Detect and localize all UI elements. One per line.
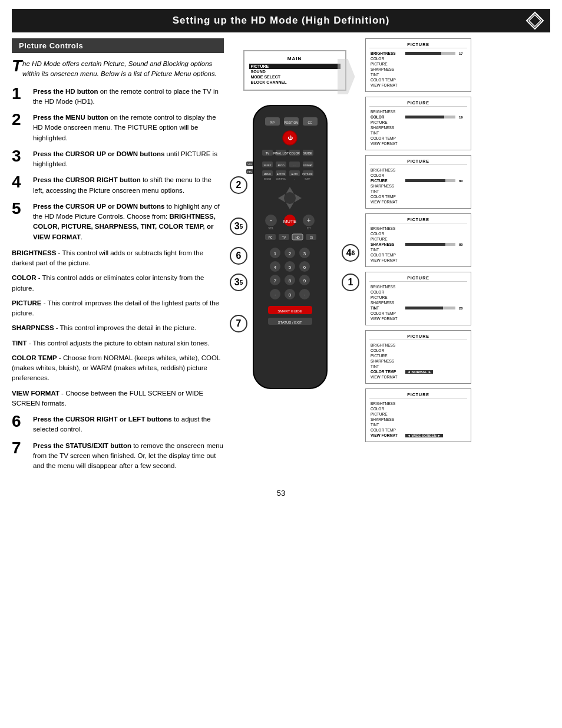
right-column: PICTUREBRIGHTNESS17COLORPICTURESHARPNESS… <box>365 38 550 477</box>
svg-text:TV: TV <box>282 236 286 239</box>
screenshot-row-7-3: PICTURE <box>369 411 467 417</box>
screenshot-title-4: PICTURE <box>369 218 467 223</box>
screenshot-row-7-4: SHARPNESS <box>369 417 467 422</box>
step-4: 4 Press the CURSOR RIGHT button to shift… <box>12 175 224 196</box>
svg-text:⊡: ⊡ <box>310 236 313 239</box>
step-text-1: Press the HD button on the remote contro… <box>33 87 224 107</box>
screenshot-row-3-1: BRIGHTNESS <box>369 167 467 173</box>
svg-text:⏻: ⏻ <box>287 135 293 141</box>
screenshot-row-2-6: COLOR TEMP <box>369 136 467 141</box>
svg-text:4: 4 <box>274 265 277 270</box>
step-badge-1: 1 <box>342 274 359 291</box>
step-text-5: Press the CURSOR UP or DOWN buttons to h… <box>33 202 224 242</box>
step-1: 1 Press the HD button on the remote cont… <box>12 87 224 107</box>
screenshot-row-1-6: COLOR TEMP <box>369 77 467 83</box>
screenshot-row-5-6: COLOR TEMP <box>369 311 467 316</box>
svg-text:MUTE: MUTE <box>283 219 297 224</box>
screenshot-row-5-5: TINT20 <box>369 305 467 311</box>
svg-text:1: 1 <box>274 251 277 256</box>
step-badge-2: 2 <box>230 176 247 194</box>
step-text-4: Press the CURSOR RIGHT button to shift t… <box>33 175 224 196</box>
screenshot-title-2: PICTURE <box>369 101 467 107</box>
step-number-3: 3 <box>12 148 28 164</box>
screenshot-1: PICTUREBRIGHTNESS17COLORPICTURESHARPNESS… <box>365 38 471 92</box>
svg-text:SLEEP: SLEEP <box>264 164 272 167</box>
screenshot-title-7: PICTURE <box>369 393 467 398</box>
screenshot-row-7-1: BRIGHTNESS <box>369 401 467 406</box>
svg-text:6: 6 <box>303 265 306 270</box>
svg-text:PICTURE: PICTURE <box>302 173 313 176</box>
step-badge-6a: 6 <box>230 247 247 265</box>
page-header: Setting up the HD Mode (High Definition) <box>12 9 550 32</box>
svg-text:SURF: SURF <box>305 178 310 180</box>
intro-body: he HD Mode offers certain Picture, Sound… <box>22 60 217 77</box>
screenshot-row-2-7: VIEW FORMAT <box>369 141 467 146</box>
desc-sharpness: SHARPNESS - This control improves the de… <box>12 323 224 333</box>
tv-menu-item-picture: PICTURE <box>249 64 340 69</box>
screenshot-row-1-3: PICTURE <box>369 61 467 67</box>
remote-control: PIP POSITION CC ⏻ TV FINAL LIST COLOR GU… <box>236 100 353 406</box>
step-5: 5 Press the CURSOR UP or DOWN buttons to… <box>12 202 224 242</box>
svg-text:7: 7 <box>274 278 277 284</box>
svg-text:AUTO: AUTO <box>277 164 284 167</box>
tv-menu-item-mode: MODE SELECT <box>249 74 340 80</box>
svg-text:POSITION: POSITION <box>284 121 298 124</box>
svg-text:0: 0 <box>289 292 292 298</box>
step-badge-46: 46 <box>342 244 359 262</box>
svg-text:CC: CC <box>308 121 312 124</box>
remote-svg: PIP POSITION CC ⏻ TV FINAL LIST COLOR GU… <box>236 100 345 412</box>
screenshot-row-7-5: TINT <box>369 422 467 427</box>
svg-text:HD: HD <box>295 236 300 239</box>
svg-text:CONTROL: CONTROL <box>276 178 286 180</box>
desc-picture: PICTURE - This control improves the deta… <box>12 298 224 319</box>
screenshot-row-1-1: BRIGHTNESS17 <box>369 51 467 56</box>
tv-menu-title: MAIN <box>249 56 340 61</box>
svg-rect-2 <box>253 106 327 388</box>
svg-text:+: + <box>306 216 310 225</box>
step-badge-7: 7 <box>230 315 247 332</box>
svg-text:VOL: VOL <box>247 163 253 166</box>
step-number-1: 1 <box>12 85 28 102</box>
screenshot-row-5-7: VIEW FORMAT <box>369 316 467 321</box>
svg-text:8: 8 <box>289 278 292 284</box>
screenshot-6: PICTUREBRIGHTNESSCOLORPICTURESHARPNESSTI… <box>365 330 471 384</box>
svg-point-47 <box>284 192 296 204</box>
svg-text:PIP: PIP <box>270 121 275 124</box>
screenshot-2: PICTUREBRIGHTNESSCOLOR19PICTURESHARPNESS… <box>365 97 471 150</box>
screenshot-row-6-1: BRIGHTNESS <box>369 342 467 348</box>
page-number: 53 <box>0 489 562 503</box>
screenshot-row-3-6: COLOR TEMP <box>369 194 467 199</box>
svg-text:FORMAT: FORMAT <box>303 164 313 167</box>
svg-text:...: ... <box>293 164 295 167</box>
left-column: Picture Controls The HD Mode offers cert… <box>12 38 224 477</box>
screenshot-row-5-3: PICTURE <box>369 295 467 300</box>
screenshot-row-6-7: VIEW FORMAT <box>369 374 467 380</box>
svg-text:SOUND: SOUND <box>264 178 272 180</box>
screenshot-row-7-6: COLOR TEMP <box>369 427 467 433</box>
screenshot-5: PICTUREBRIGHTNESSCOLORPICTURESHARPNESSTI… <box>365 272 471 325</box>
svg-text:SMART GUIDE: SMART GUIDE <box>277 309 302 313</box>
screenshot-3: PICTUREBRIGHTNESSCOLORPICTURE80SHARPNESS… <box>365 155 471 209</box>
desc-brightness: BRIGHTNESS - This control will adds or s… <box>12 248 224 269</box>
step-text-2: Press the MENU button on the remote cont… <box>33 113 224 143</box>
desc-tint: TINT - This control adjusts the picture … <box>12 338 224 348</box>
screenshot-row-4-7: VIEW FORMAT <box>369 258 467 263</box>
screenshot-row-1-7: VIEW FORMAT <box>369 83 467 88</box>
screenshot-row-6-3: PICTURE <box>369 353 467 358</box>
screenshot-row-2-3: PICTURE <box>369 120 467 125</box>
svg-text:GUIDE: GUIDE <box>303 151 313 155</box>
step-7: 7 Press the STATUS/EXIT button to remove… <box>12 441 224 472</box>
svg-text:MENU: MENU <box>264 173 271 176</box>
screenshot-row-4-3: PICTURE <box>369 236 467 242</box>
step-badge-35a: 35 <box>230 218 247 235</box>
svg-text:AUTO: AUTO <box>291 173 297 176</box>
middle-column: MAIN PICTURE SOUND MODE SELECT BLOCK CHA… <box>230 38 359 477</box>
svg-text:2: 2 <box>289 251 292 256</box>
svg-text:TV: TV <box>266 151 270 155</box>
svg-text:STATUS / EXIT: STATUS / EXIT <box>277 321 302 324</box>
intro-text: The HD Mode offers certain Picture, Soun… <box>12 59 224 80</box>
step-text-7: Press the STATUS/EXIT button to remove t… <box>33 441 224 472</box>
screenshot-row-5-4: SHARPNESS <box>369 300 467 305</box>
screenshot-row-3-4: SHARPNESS <box>369 183 467 189</box>
tv-main-menu: MAIN PICTURE SOUND MODE SELECT BLOCK CHA… <box>243 50 346 91</box>
